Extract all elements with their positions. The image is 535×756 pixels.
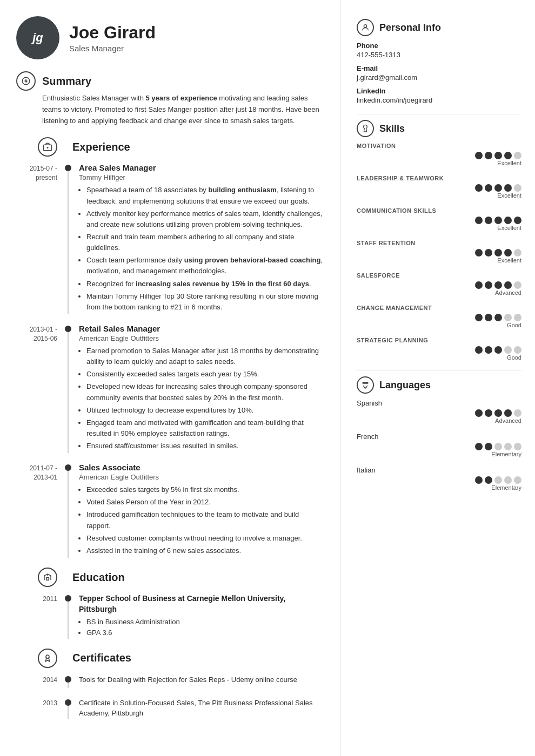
divider-2 (357, 370, 521, 371)
job-content-3: Sales Associate American Eagle Outfitter… (79, 463, 324, 558)
phone-value: 412-555-1313 (357, 51, 521, 59)
skill-dot (485, 346, 492, 354)
experience-icon (38, 137, 57, 157)
skill-name: MOTIVATION (357, 143, 521, 149)
timeline-line-2 (68, 332, 69, 453)
skill-dot (485, 314, 492, 321)
edu-item-1: 2011 Tepper School of Business at Carneg… (16, 593, 324, 638)
job-content-2: Retail Sales Manager American Eagle Outf… (79, 324, 324, 453)
skill-dot (475, 281, 483, 289)
timeline-dot-3 (65, 464, 71, 471)
skill-dot (504, 314, 512, 321)
summary-text-before: Enthusiastic Sales Manager with (42, 94, 145, 102)
cert-dot-2 (65, 699, 71, 706)
personal-info-header: Personal Info (357, 19, 521, 36)
skill-dot (504, 217, 512, 224)
skill-dot (514, 249, 521, 256)
header-info: Joe Girard Sales Manager (69, 23, 156, 53)
skill-dot (494, 409, 502, 417)
certificates-title: Certificates (72, 652, 131, 664)
bullet: BS in Business Administration (86, 617, 324, 627)
skill-dot (475, 443, 483, 450)
skill-dot (494, 314, 502, 321)
skill-block: COMMUNICATION SKILLS Excellent (357, 207, 521, 231)
timeline-dot-2 (65, 326, 71, 332)
language-block: Italian Elementary (357, 466, 521, 491)
skill-dot (514, 281, 521, 289)
resume-page: jg Joe Girard Sales Manager Summary Enth… (0, 0, 535, 756)
language-name: French (357, 433, 521, 441)
bullet: Recruit and train team members adhering … (86, 232, 324, 253)
skills-title: Skills (379, 123, 405, 134)
skill-dot (475, 217, 483, 224)
skill-dot (494, 443, 502, 450)
job-title-2: Retail Sales Manager (79, 324, 324, 333)
edu-content-1: Tepper School of Business at Carnegie Me… (79, 593, 324, 638)
job-title-1: Area Sales Manager (79, 163, 324, 172)
skill-dot (494, 281, 502, 289)
phone-label: Phone (357, 42, 521, 50)
skill-dot (504, 184, 512, 192)
experience-header: Experience (16, 137, 324, 157)
bullet: Spearhead a team of 18 associates by bui… (86, 185, 324, 206)
cert-content-1: Tools for Dealing with Rejection for Sal… (79, 674, 324, 688)
skill-dot (514, 476, 521, 484)
skill-block: STAFF RETENTION Excellent (357, 240, 521, 264)
skill-dot (514, 314, 521, 321)
timeline-line-3 (68, 471, 69, 558)
personal-info-title: Personal Info (379, 22, 441, 33)
skill-dot (475, 152, 483, 159)
bullet: Resolved customer complaints without nee… (86, 533, 324, 544)
bullet: Utilized technology to decrease expendit… (86, 405, 324, 416)
bullet: Engaged team and motivated with gamifica… (86, 417, 324, 439)
languages-icon (357, 376, 374, 394)
language-level: Advanced (357, 417, 521, 424)
skill-dot (475, 249, 483, 256)
skill-block: CHANGE MANAGEMENT Good (357, 305, 521, 328)
skill-dot (514, 217, 521, 224)
skill-name: STRATEGIC PLANNING (357, 337, 521, 343)
bullet: Earned promotion to Sales Manager after … (86, 346, 324, 367)
experience-title: Experience (72, 141, 130, 153)
bullet: Consistently exceeded sales targets each… (86, 369, 324, 380)
bullet: Developed new ideas for increasing sales… (86, 381, 324, 403)
job-bullets-3: Exceeded sales targets by 5% in first si… (79, 484, 324, 556)
skill-dot (504, 281, 512, 289)
svg-point-7 (364, 25, 366, 28)
skill-name: STAFF RETENTION (357, 240, 521, 246)
left-column: jg Joe Girard Sales Manager Summary Enth… (0, 0, 340, 756)
cert-line-1 (68, 683, 69, 688)
job-company-1: Tommy Hilfiger (79, 173, 324, 181)
bullet: Ensured staff/customer issues resulted i… (86, 441, 324, 451)
summary-icon (16, 71, 36, 91)
skill-dot (475, 184, 483, 192)
skill-dot (504, 476, 512, 484)
skill-dot (485, 443, 492, 450)
skill-dot (475, 476, 483, 484)
skill-dot (504, 249, 512, 256)
cert-item-1: 2014 Tools for Dealing with Rejection fo… (16, 674, 324, 688)
certificates-timeline: 2014 Tools for Dealing with Rejection fo… (16, 674, 324, 719)
summary-bold: 5 years of experience (145, 94, 217, 102)
cert-date-2: 2013 (16, 698, 65, 719)
cert-item-2: 2013 Certificate in Solution-Focused Sal… (16, 698, 324, 719)
cert-content-2: Certificate in Solution-Focused Sales, T… (79, 698, 324, 719)
skill-dot (485, 409, 492, 417)
skill-dot (504, 346, 512, 354)
edu-school-1: Tepper School of Business at Carnegie Me… (79, 593, 324, 615)
bullet: Assisted in the training of 6 new sales … (86, 545, 324, 556)
bullet: Exceeded sales targets by 5% in first si… (86, 484, 324, 495)
summary-title: Summary (42, 75, 91, 87)
skill-dot (485, 281, 492, 289)
personal-info-fields: Phone 412-555-1313 E-mail j.girard@gmail… (357, 42, 521, 104)
cert-date-1: 2014 (16, 674, 65, 688)
language-name: Italian (357, 466, 521, 474)
language-level: Elementary (357, 451, 521, 457)
skill-dot (494, 249, 502, 256)
skill-block: SALESFORCE Advanced (357, 272, 521, 296)
skills-icon (357, 120, 374, 137)
timeline-line-1 (68, 171, 69, 314)
summary-header: Summary (16, 71, 324, 91)
email-value: j.girard@gmail.com (357, 73, 521, 82)
skill-level: Excellent (357, 160, 521, 166)
